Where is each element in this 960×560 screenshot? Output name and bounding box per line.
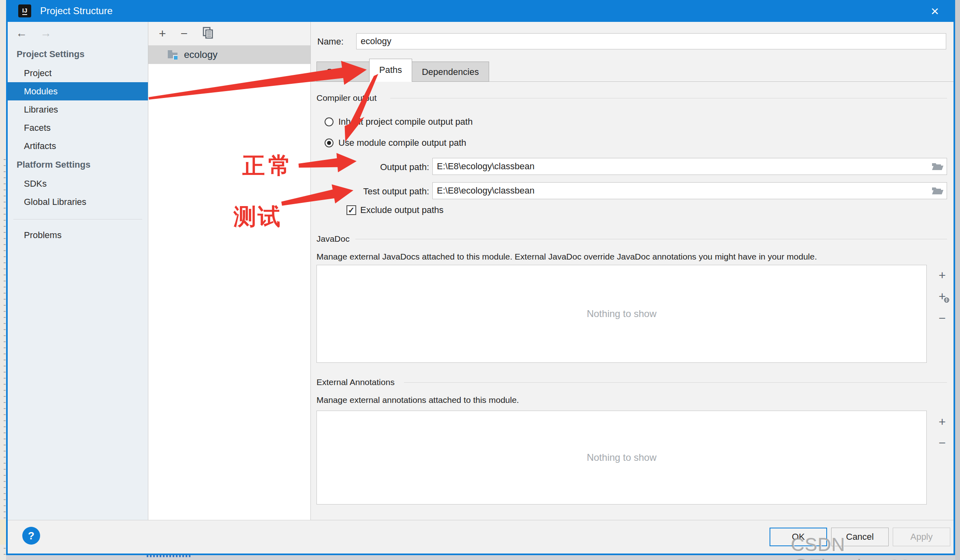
dialog-footer: ? OK Cancel Apply: [8, 520, 954, 554]
external-annotations-list[interactable]: Nothing to show: [316, 411, 927, 505]
settings-sidebar: ← → Project Settings Project Modules Lib…: [8, 22, 148, 520]
javadoc-empty-text: Nothing to show: [587, 308, 656, 319]
tab-dependencies[interactable]: Dependencies: [412, 62, 489, 82]
apply-button[interactable]: Apply: [893, 528, 950, 546]
project-structure-dialog: IJ Project Structure × ← → Project Setti…: [6, 0, 955, 555]
cancel-button[interactable]: Cancel: [831, 528, 889, 546]
use-module-output-label: Use module compile output path: [338, 138, 466, 148]
globe-icon: [944, 297, 949, 303]
browse-test-output-path-button[interactable]: [929, 183, 947, 199]
browse-output-path-button[interactable]: [929, 158, 947, 175]
divider: [355, 239, 947, 239]
sidebar-item-sdks[interactable]: SDKs: [8, 175, 148, 193]
module-tree-panel: + −: [148, 22, 311, 520]
close-icon[interactable]: ×: [922, 0, 948, 22]
sidebar-item-facets[interactable]: Facets: [8, 119, 148, 137]
name-label: Name:: [317, 36, 344, 47]
dialog-title: Project Structure: [40, 5, 113, 17]
external-annotations-title: External Annotations: [316, 377, 395, 387]
dialog-body: ← → Project Settings Project Modules Lib…: [8, 22, 954, 520]
desktop-edge-dots: [147, 555, 191, 557]
compiler-output-title: Compiler output: [316, 93, 376, 103]
sidebar-item-project[interactable]: Project: [8, 64, 148, 82]
ok-button[interactable]: OK: [770, 528, 827, 546]
folder-icon: [932, 186, 944, 195]
sidebar-item-global-libraries[interactable]: Global Libraries: [8, 193, 148, 211]
section-header-project-settings: Project Settings: [8, 45, 148, 64]
back-icon[interactable]: ←: [16, 28, 27, 39]
sidebar-item-libraries[interactable]: Libraries: [8, 100, 148, 119]
sidebar-item-artifacts[interactable]: Artifacts: [8, 137, 148, 155]
divider: [404, 382, 947, 383]
editor-tabs: Sources Paths Dependencies: [316, 59, 489, 82]
divider: [13, 219, 142, 219]
radio-inherit-output-icon[interactable]: [325, 117, 334, 126]
javadoc-add-url-button[interactable]: +: [934, 288, 950, 304]
radio-use-module-output-icon[interactable]: [325, 138, 334, 147]
module-tree-item-ecology[interactable]: ecology: [148, 45, 310, 64]
desktop-edge-accent: [0, 520, 6, 545]
javadoc-remove-button[interactable]: −: [934, 310, 950, 326]
output-path-label: Output path:: [355, 162, 429, 172]
inherit-output-label: Inherit project compile output path: [338, 117, 473, 127]
external-annotations-description: Manage external annotations attached to …: [316, 395, 519, 405]
ruler-ticks: [4, 154, 6, 560]
exclude-output-label: Exclude output paths: [360, 205, 443, 215]
forward-icon[interactable]: →: [40, 28, 51, 39]
titlebar[interactable]: IJ Project Structure ×: [8, 0, 954, 22]
use-module-output-radio-row[interactable]: Use module compile output path: [325, 138, 466, 148]
javadoc-title: JavaDoc: [316, 234, 350, 244]
copy-icon: [202, 27, 214, 39]
desktop-edge-right: [955, 0, 960, 560]
folder-icon: [932, 162, 944, 171]
tab-paths[interactable]: Paths: [369, 59, 412, 82]
external-annotations-empty-text: Nothing to show: [587, 452, 656, 463]
external-annotations-add-button[interactable]: +: [934, 414, 950, 430]
test-output-path-field: [432, 182, 947, 199]
inherit-output-radio-row[interactable]: Inherit project compile output path: [325, 117, 473, 127]
javadoc-description: Manage external JavaDocs attached to thi…: [316, 252, 817, 262]
sidebar-item-problems[interactable]: Problems: [8, 226, 148, 244]
copy-module-icon[interactable]: [202, 27, 214, 41]
javadoc-list[interactable]: Nothing to show: [316, 265, 927, 363]
remove-module-icon[interactable]: −: [181, 28, 188, 40]
module-name-label: ecology: [184, 49, 218, 60]
module-editor-panel: Name: Sources Paths Dependencies Compile…: [311, 22, 954, 520]
help-button[interactable]: ?: [22, 527, 40, 545]
module-name-input[interactable]: [356, 33, 946, 49]
sidebar-item-modules[interactable]: Modules: [8, 82, 148, 100]
javadoc-add-button[interactable]: +: [934, 267, 950, 283]
tab-sources[interactable]: Sources: [316, 62, 370, 82]
divider: [390, 98, 947, 98]
intellij-logo-icon: IJ: [18, 4, 31, 17]
intellij-logo-text: IJ: [22, 7, 28, 15]
exclude-output-checkbox-icon[interactable]: ✓: [346, 205, 356, 215]
history-nav: ← →: [8, 22, 148, 45]
test-output-path-input[interactable]: [433, 185, 929, 196]
test-output-path-label: Test output path:: [351, 186, 429, 197]
desktop-edge-left: [0, 0, 6, 560]
add-module-icon[interactable]: +: [159, 28, 166, 40]
output-path-input[interactable]: [433, 161, 929, 172]
output-path-field: [432, 158, 947, 175]
module-icon: [167, 49, 180, 60]
external-annotations-remove-button[interactable]: −: [934, 435, 950, 451]
module-tree-toolbar: + −: [148, 22, 310, 45]
section-header-platform-settings: Platform Settings: [8, 155, 148, 175]
exclude-output-paths-row[interactable]: ✓ Exclude output paths: [346, 205, 443, 215]
